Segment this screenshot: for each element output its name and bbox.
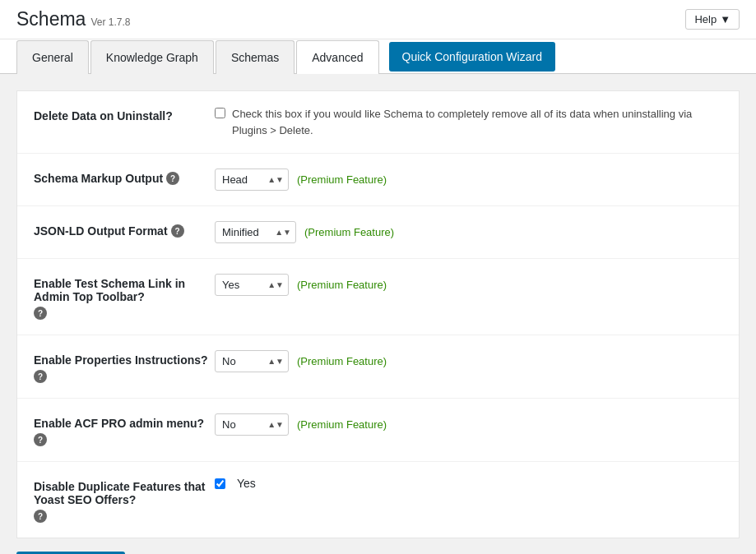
chevron-down-icon: ▼ [720,13,730,25]
setting-row-test-schema: Enable Test Schema Link in Admin Top Too… [17,259,739,335]
tabs-bar: General Knowledge Graph Schemas Advanced… [0,39,756,74]
select-json-ld[interactable]: Minified Pretty Print [215,221,296,243]
select-wrapper-properties: No Yes ▲▼ [215,350,289,372]
help-button[interactable]: Help ▼ [685,9,740,30]
control-json-ld: Minified Pretty Print ▲▼ (Premium Featur… [215,221,722,243]
label-disable-duplicate: Disable Duplicate Features that Yoast SE… [34,477,215,523]
control-schema-markup: Head Footer ▲▼ (Premium Feature) [215,169,722,191]
tab-advanced[interactable]: Advanced [296,40,378,74]
premium-label-acf: (Premium Feature) [297,418,387,431]
control-test-schema: Yes No ▲▼ (Premium Feature) [215,274,722,296]
select-wrapper-test-schema: Yes No ▲▼ [215,274,289,296]
control-acf: No Yes ▲▼ (Premium Feature) [215,413,722,436]
header-left: Schema Ver 1.7.8 [16,8,130,30]
select-acf[interactable]: No Yes [215,413,289,436]
setting-row-delete-data: Delete Data on Uninstall? Check this box… [17,91,739,154]
page-wrapper: Schema Ver 1.7.8 Help ▼ General Knowledg… [0,0,756,554]
setting-row-disable-duplicate: Disable Duplicate Features that Yoast SE… [17,462,739,538]
version-badge: Ver 1.7.8 [90,16,130,28]
help-icon-disable-duplicate[interactable]: ? [34,510,47,523]
control-disable-duplicate: Yes [215,477,722,490]
premium-label-schema-markup: (Premium Feature) [297,173,387,186]
setting-row-schema-markup: Schema Markup Output ? Head Footer ▲▼ (P… [17,154,739,206]
header-bar: Schema Ver 1.7.8 Help ▼ [0,0,756,39]
select-wrapper-acf: No Yes ▲▼ [215,413,289,436]
help-icon-properties[interactable]: ? [34,370,47,383]
tab-knowledge-graph[interactable]: Knowledge Graph [90,40,214,74]
select-test-schema[interactable]: Yes No [215,274,289,296]
label-json-ld: JSON-LD Output Format ? [34,221,215,238]
app-title: Schema [16,8,86,30]
content-area: Delete Data on Uninstall? Check this box… [0,74,756,554]
settings-table: Delete Data on Uninstall? Check this box… [16,90,740,538]
control-delete-data: Check this box if you would like Schema … [215,106,722,138]
tab-general[interactable]: General [16,40,89,74]
checkbox-delete-data[interactable] [215,108,225,118]
help-icon-schema-markup[interactable]: ? [166,172,179,185]
help-label: Help [694,13,717,25]
select-schema-markup[interactable]: Head Footer [215,169,289,191]
premium-label-json-ld: (Premium Feature) [304,226,394,238]
delete-data-description: Check this box if you would like Schema … [232,106,722,138]
setting-row-json-ld: JSON-LD Output Format ? Minified Pretty … [17,206,739,259]
label-properties: Enable Properties Instructions? ? [34,350,215,383]
label-acf: Enable ACF PRO admin menu? ? [34,413,215,446]
select-properties[interactable]: No Yes [215,350,289,372]
select-wrapper-json-ld: Minified Pretty Print ▲▼ [215,221,296,243]
checkbox-row-delete: Check this box if you would like Schema … [215,106,722,138]
help-icon-json-ld[interactable]: ? [171,224,184,238]
yes-label-disable-duplicate: Yes [237,477,256,490]
premium-label-test-schema: (Premium Feature) [297,279,387,291]
label-test-schema: Enable Test Schema Link in Admin Top Too… [34,274,215,320]
setting-row-acf: Enable ACF PRO admin menu? ? No Yes ▲▼ (… [17,399,739,462]
help-icon-test-schema[interactable]: ? [34,307,47,320]
select-wrapper-schema-markup: Head Footer ▲▼ [215,169,289,191]
setting-row-properties: Enable Properties Instructions? ? No Yes… [17,335,739,399]
premium-label-properties: (Premium Feature) [297,355,387,367]
label-schema-markup: Schema Markup Output ? [34,169,215,185]
control-properties: No Yes ▲▼ (Premium Feature) [215,350,722,372]
tab-schemas[interactable]: Schemas [216,40,295,74]
label-delete-data: Delete Data on Uninstall? [34,106,215,122]
checkbox-disable-duplicate[interactable] [215,478,225,489]
help-icon-acf[interactable]: ? [34,433,47,446]
wizard-button[interactable]: Quick Configuration Wizard [389,42,555,72]
